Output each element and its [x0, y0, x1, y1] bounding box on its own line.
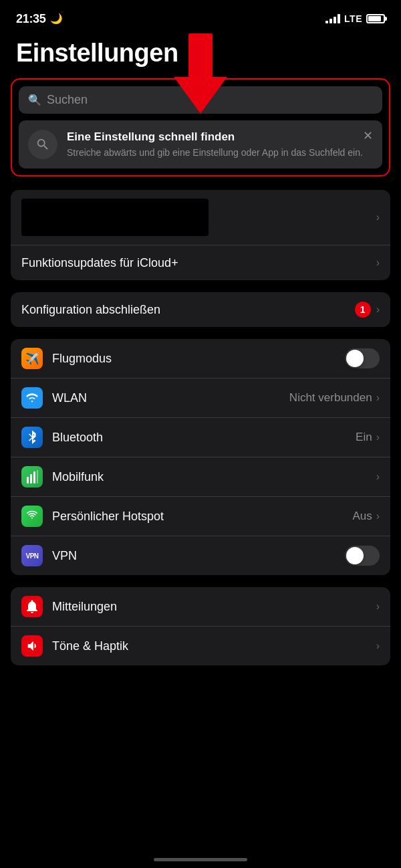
mitteilungen-chevron: › — [376, 601, 380, 613]
konfiguration-section: Konfiguration abschließen 1 › — [11, 292, 390, 327]
icloud-chevron: › — [376, 211, 380, 223]
tip-title: Eine Einstellung schnell finden — [67, 130, 373, 144]
flugmodus-row[interactable]: ✈️ Flugmodus — [11, 339, 390, 378]
lte-label: LTE — [344, 13, 362, 24]
svg-rect-1 — [30, 474, 32, 483]
wlan-value: Nicht verbunden — [289, 391, 372, 405]
icloud-plus-row[interactable]: Funktionsupdates für iCloud+ › — [11, 245, 390, 280]
bluetooth-row[interactable]: Bluetooth Ein › — [11, 418, 390, 457]
icloud-plus-label: Funktionsupdates für iCloud+ — [21, 256, 376, 270]
toene-chevron: › — [376, 640, 380, 652]
battery-icon — [366, 14, 385, 23]
tip-close-button[interactable]: ✕ — [363, 128, 373, 143]
mitteilungen-label: Mitteilungen — [52, 600, 376, 614]
hotspot-chevron: › — [376, 510, 380, 522]
flugmodus-toggle[interactable] — [345, 348, 380, 368]
konfiguration-badge: 1 — [355, 302, 371, 318]
tip-search-icon — [28, 130, 57, 159]
connectivity-section: ✈️ Flugmodus WLAN Nicht verbunden › Blue… — [11, 339, 390, 575]
konfiguration-label: Konfiguration abschließen — [21, 303, 355, 317]
icloud-avatar-block — [21, 199, 209, 236]
hotspot-value: Aus — [352, 510, 372, 523]
search-highlight-box: 🔍 Suchen Eine Einstellung schnell finden… — [11, 78, 390, 177]
status-bar: 21:35 🌙 LTE — [0, 0, 401, 33]
flugmodus-label: Flugmodus — [52, 352, 345, 366]
bluetooth-label: Bluetooth — [52, 431, 356, 445]
mitteilungen-row[interactable]: Mitteilungen › — [11, 587, 390, 627]
tip-subtitle: Streiche abwärts und gib eine Einstellun… — [67, 146, 373, 158]
mobilfunk-row[interactable]: Mobilfunk › — [11, 457, 390, 497]
notifications-section: Mitteilungen › Töne & Haptik › — [11, 587, 390, 665]
svg-rect-2 — [33, 471, 35, 483]
konfiguration-chevron: › — [376, 304, 380, 316]
mobilfunk-icon — [21, 466, 43, 487]
bluetooth-value: Ein — [356, 431, 372, 444]
magnifier-icon — [35, 137, 50, 152]
svg-rect-0 — [27, 477, 29, 483]
flugmodus-icon: ✈️ — [21, 348, 43, 369]
wlan-icon — [21, 387, 43, 409]
vpn-toggle-knob — [346, 547, 364, 564]
toene-row[interactable]: Töne & Haptik › — [11, 627, 390, 665]
status-icons: LTE — [325, 13, 385, 24]
hotspot-icon — [21, 506, 43, 527]
moon-icon: 🌙 — [50, 13, 63, 25]
hotspot-label: Persönlicher Hotspot — [52, 510, 352, 524]
vpn-label: VPN — [52, 549, 345, 563]
status-time: 21:35 — [16, 12, 46, 26]
search-tip-card: Eine Einstellung schnell finden Streiche… — [19, 120, 382, 169]
search-bar[interactable]: 🔍 Suchen — [19, 86, 382, 114]
mobilfunk-label: Mobilfunk — [52, 470, 376, 484]
vpn-row[interactable]: VPN VPN — [11, 536, 390, 575]
settings-content: › Funktionsupdates für iCloud+ › Konfigu… — [0, 190, 401, 665]
bluetooth-chevron: › — [376, 431, 380, 443]
icloud-section: › Funktionsupdates für iCloud+ › — [11, 190, 390, 280]
vpn-toggle[interactable] — [345, 546, 380, 566]
svg-rect-3 — [37, 470, 38, 483]
toene-label: Töne & Haptik — [52, 639, 376, 653]
home-indicator — [154, 858, 247, 861]
search-icon: 🔍 — [28, 94, 41, 106]
mitteilungen-icon — [21, 596, 43, 617]
mobilfunk-chevron: › — [376, 471, 380, 483]
wlan-label: WLAN — [52, 391, 289, 405]
vpn-icon: VPN — [21, 545, 43, 566]
icloud-plus-chevron: › — [376, 257, 380, 269]
wlan-chevron: › — [376, 392, 380, 404]
toene-icon — [21, 635, 43, 657]
tip-text: Eine Einstellung schnell finden Streiche… — [67, 130, 373, 158]
bluetooth-icon — [21, 427, 43, 448]
toggle-knob — [346, 350, 364, 367]
konfiguration-row[interactable]: Konfiguration abschließen 1 › — [11, 292, 390, 327]
page-title: Einstellungen — [0, 33, 401, 78]
wlan-row[interactable]: WLAN Nicht verbunden › — [11, 378, 390, 418]
signal-icon — [325, 14, 340, 23]
icloud-row[interactable]: › — [11, 190, 390, 245]
hotspot-row[interactable]: Persönlicher Hotspot Aus › — [11, 497, 390, 536]
search-area: 🔍 Suchen Eine Einstellung schnell finden… — [0, 78, 401, 177]
search-placeholder: Suchen — [47, 93, 88, 107]
